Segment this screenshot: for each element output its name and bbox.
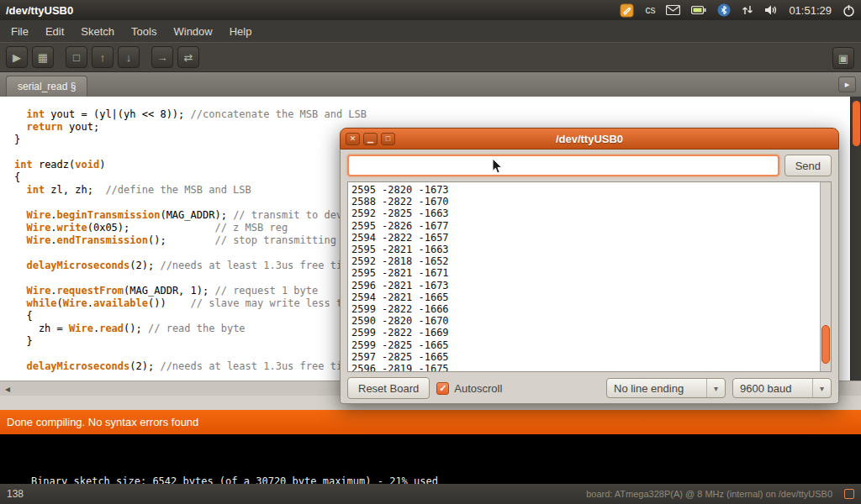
- code-area: int yout = (yl|(yh << 8)); //concatenate…: [14, 108, 367, 373]
- tab-menu-arrow-icon: ▸: [845, 79, 850, 90]
- serial-input[interactable]: [347, 155, 779, 176]
- serial-line: 2594 -2821 -1665: [351, 291, 827, 303]
- autoscroll-label: Autoscroll: [454, 382, 502, 395]
- serial-monitor-title: /dev/ttyUSB0: [341, 133, 838, 145]
- serial-line: 2592 -2818 -1652: [351, 255, 827, 267]
- code-line: [14, 146, 367, 159]
- new-sketch-button[interactable]: □: [66, 46, 87, 68]
- menu-item-file[interactable]: File: [3, 22, 37, 41]
- serial-output-lines: 2595 -2820 -16732588 -2822 -16702592 -28…: [348, 182, 831, 372]
- code-line: Wire.endTransmission(); // stop transmit…: [14, 234, 367, 247]
- serial-output-scrollbar[interactable]: [820, 182, 831, 371]
- hscroll-left-arrow-icon[interactable]: ◂: [5, 384, 10, 394]
- save-sketch-button[interactable]: ↓: [118, 46, 140, 68]
- clock[interactable]: 01:51:29: [789, 4, 832, 17]
- code-line: {: [14, 171, 367, 184]
- verify-button[interactable]: ▶: [6, 46, 28, 68]
- serial-line: 2599 -2822 -1669: [351, 327, 827, 339]
- serial-line: 2599 -2822 -1666: [351, 303, 827, 315]
- serial-line: 2594 -2822 -1657: [351, 232, 827, 244]
- chevron-down-icon[interactable]: ▾: [812, 379, 831, 397]
- menu-item-window[interactable]: Window: [165, 22, 220, 41]
- serial-line: 2590 -2820 -1670: [351, 315, 827, 327]
- serial-monitor-button[interactable]: ▣: [832, 47, 854, 69]
- code-line: }: [14, 335, 367, 348]
- open-sketch-button[interactable]: ↑: [92, 46, 114, 68]
- serial-input-row: Send: [347, 155, 832, 176]
- desktop: /dev/ttyUSB0 cs 01:51:29: [0, 0, 861, 504]
- board-info: board: ATmega328P(A) @ 8 MHz (internal) …: [586, 489, 832, 499]
- tab-serial-read[interactable]: serial_read §: [6, 76, 87, 97]
- line-number: 138: [7, 488, 24, 500]
- resize-grip[interactable]: [844, 489, 854, 499]
- serial-line: 2595 -2821 -1671: [351, 267, 827, 279]
- compile-status-bar: Done compiling. No syntax errors found: [0, 410, 861, 434]
- menu-bar: FileEditSketchToolsWindowHelp: [0, 20, 861, 42]
- baud-rate-value: 9600 baud: [733, 382, 812, 395]
- bluetooth-indicator-icon[interactable]: [717, 3, 731, 17]
- scrollbar-thumb[interactable]: [821, 325, 830, 364]
- window-controls: ✕▁□: [346, 133, 399, 145]
- minimize-window-button[interactable]: ▁: [363, 133, 378, 145]
- code-line: {: [14, 310, 367, 323]
- footer-status-bar: 138 board: ATmega328P(A) @ 8 MHz (intern…: [0, 484, 861, 504]
- close-window-button[interactable]: ✕: [346, 133, 360, 145]
- session-power-icon[interactable]: [843, 4, 855, 17]
- code-line: Wire.beginTransmission(MAG_ADDR); // tra…: [14, 209, 367, 222]
- active-window-title: /dev/ttyUSB0: [6, 4, 73, 17]
- code-line: zh = Wire.read(); // read the byte: [14, 323, 367, 335]
- battery-indicator-icon[interactable]: [691, 6, 706, 14]
- code-line: [14, 247, 367, 260]
- code-line: int yout = (yl|(yh << 8)); //concatenate…: [14, 108, 367, 121]
- serial-monitor-window: ✕▁□ /dev/ttyUSB0 Send 2595 -2820 -167325…: [340, 128, 839, 404]
- serial-monitor-controls: Reset Board ✓ Autoscroll No line ending …: [347, 377, 832, 399]
- code-line: while(Wire.available()) // slave may wri…: [14, 297, 367, 310]
- serial-line: 2592 -2825 -1663: [351, 207, 827, 219]
- status-message: Done compiling. No syntax errors found: [7, 416, 198, 428]
- network-indicator-icon[interactable]: [742, 5, 753, 15]
- serial-line: 2596 -2819 -1675: [351, 363, 827, 372]
- keyboard-layout-indicator[interactable]: cs: [645, 4, 655, 16]
- top-panel: /dev/ttyUSB0 cs 01:51:29: [0, 0, 861, 20]
- serial-line: 2588 -2822 -1670: [351, 196, 827, 207]
- menu-item-tools[interactable]: Tools: [123, 22, 165, 41]
- code-line: [14, 197, 367, 209]
- code-line: delayMicroseconds(2); //needs at least 1…: [14, 360, 367, 373]
- reset-board-button[interactable]: Reset Board: [347, 377, 430, 399]
- serial-line: 2599 -2825 -1665: [351, 339, 827, 351]
- pencil-indicator-icon[interactable]: [620, 3, 634, 18]
- line-ending-value: No line ending: [607, 382, 706, 395]
- code-line: int zl, zh; //define the MSB and LSB: [14, 184, 367, 197]
- menu-item-help[interactable]: Help: [221, 22, 261, 41]
- serial-line: 2596 -2821 -1673: [351, 280, 827, 291]
- checkbox-check-icon: ✓: [436, 382, 449, 395]
- tab-menu-button[interactable]: ▸: [838, 76, 856, 92]
- upload-button[interactable]: →: [151, 46, 173, 68]
- volume-indicator-icon[interactable]: [764, 4, 778, 16]
- mail-indicator-icon[interactable]: [666, 5, 680, 15]
- code-line: }: [14, 134, 367, 146]
- serial-line: 2595 -2820 -1673: [351, 184, 827, 196]
- serial-output[interactable]: 2595 -2820 -16732588 -2822 -16702592 -28…: [347, 181, 832, 372]
- menu-item-sketch[interactable]: Sketch: [72, 22, 123, 41]
- code-line: Wire.requestFrom(MAG_ADDR, 1); // reques…: [14, 285, 367, 297]
- toolbar-buttons: ▶▦□↑↓→⇄: [6, 46, 199, 68]
- autoscroll-checkbox[interactable]: ✓ Autoscroll: [436, 382, 502, 395]
- baud-rate-dropdown[interactable]: 9600 baud ▾: [732, 378, 832, 398]
- code-line: [14, 272, 367, 285]
- code-line: return yout;: [14, 121, 367, 134]
- menu-item-edit[interactable]: Edit: [37, 22, 72, 41]
- editor-vertical-scrollbar[interactable]: [850, 97, 861, 381]
- tab-label: serial_read §: [18, 81, 76, 92]
- line-ending-dropdown[interactable]: No line ending ▾: [606, 378, 726, 398]
- stop-button[interactable]: ▦: [32, 46, 54, 68]
- serial-monitor-titlebar[interactable]: ✕▁□ /dev/ttyUSB0: [340, 128, 839, 150]
- scrollbar-thumb[interactable]: [853, 101, 860, 146]
- build-console: Binary sketch size: 6542 bytes (of a 307…: [0, 434, 861, 484]
- maximize-window-button[interactable]: □: [381, 133, 395, 145]
- serial-line: 2595 -2826 -1677: [351, 220, 827, 232]
- send-button[interactable]: Send: [784, 155, 832, 176]
- chevron-down-icon[interactable]: ▾: [706, 379, 725, 397]
- export-button[interactable]: ⇄: [177, 46, 199, 68]
- code-line: int readz(void): [14, 159, 367, 171]
